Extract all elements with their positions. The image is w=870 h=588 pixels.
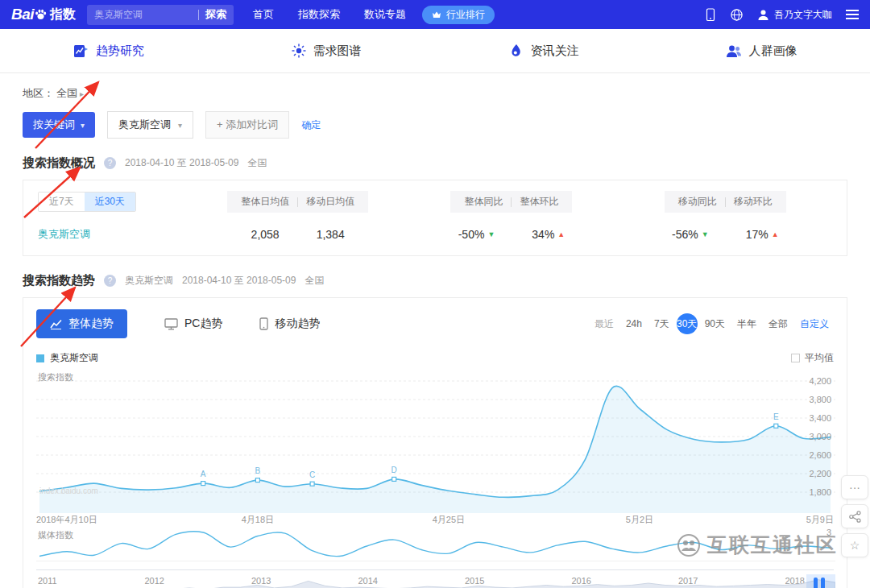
tab-trend-research[interactable]: 趋势研究 [0, 43, 218, 59]
legend-keyword[interactable]: 奥克斯空调 [50, 351, 98, 365]
news-attention-icon [509, 43, 524, 58]
keyword-controls: 按关键词 ▾ 奥克斯空调 ▾ + 添加对比词 确定 [23, 111, 847, 139]
time-range-selector: 最近 24h 7天 30天 90天 半年 全部 自定义 [590, 313, 834, 334]
user-icon [757, 9, 769, 21]
range-all[interactable]: 全部 [764, 313, 793, 334]
caret-right-icon: ▸ [80, 89, 84, 98]
tab-demand-map[interactable]: 需求图谱 [218, 43, 435, 59]
range-7d[interactable]: 7天 [649, 313, 674, 334]
average-checkbox[interactable] [791, 354, 800, 362]
menu-icon[interactable] [846, 10, 859, 19]
baidu-index-logo[interactable]: Bai 指数 [11, 6, 76, 23]
range-caption: 最近 [590, 313, 619, 334]
range-half-year[interactable]: 半年 [732, 313, 761, 334]
trend-panel: 整体趋势 PC趋势 移动趋势 [23, 297, 847, 588]
search-index-overview-section: 搜索指数概况 ? 2018-04-10 至 2018-05-09 全国 近7天 … [23, 155, 847, 256]
crowd-portrait-icon [726, 44, 742, 58]
user-account[interactable]: 吾乃文字大咖 [757, 8, 832, 22]
average-toggle[interactable]: 平均值 [791, 351, 834, 365]
year-navigator[interactable]: 20112012201320142015201620172018 [36, 569, 834, 588]
x-axis-label: 2018年4月10日 [36, 514, 97, 526]
y-axis-label: 2,200 [809, 470, 831, 478]
module-nav: 趋势研究 需求图谱 资讯关注 人群画像 [0, 29, 870, 73]
up-arrow-icon: ▲ [772, 230, 779, 238]
media-index-chart: 媒体指数 3 [36, 528, 834, 566]
trend-research-icon [73, 44, 89, 58]
keyword-chip[interactable]: 奥克斯空调 ▾ [107, 111, 193, 139]
trend-title: 搜索指数趋势 [23, 273, 95, 288]
nav-index-explore[interactable]: 指数探索 [298, 7, 340, 22]
tab-crowd-portrait[interactable]: 人群画像 [652, 43, 870, 59]
svg-text:A: A [201, 470, 206, 478]
svg-text:B: B [255, 466, 261, 475]
floating-toolbar: ··· ☆ [841, 475, 868, 557]
nav-data-topics[interactable]: 数说专题 [364, 7, 406, 22]
range-30d[interactable]: 30天 [677, 313, 698, 334]
legend-marker [36, 354, 44, 362]
trend-date-range: 2018-04-10 至 2018-05-09 [182, 274, 296, 288]
search-index-trend-section: 搜索指数趋势 ? 奥克斯空调 2018-04-10 至 2018-05-09 全… [23, 273, 847, 588]
pc-trend-icon [164, 318, 178, 330]
add-compare-button[interactable]: + 添加对比词 [205, 111, 289, 139]
region-value[interactable]: 全国 [56, 86, 77, 101]
down-arrow-icon: ▼ [702, 230, 709, 238]
topbar-right-tools: 吾乃文字大咖 [705, 8, 859, 22]
username: 吾乃文字大咖 [774, 8, 832, 22]
trend-region: 全国 [304, 274, 324, 288]
confirm-button[interactable]: 确定 [301, 118, 321, 132]
overview-title: 搜索指数概况 [23, 155, 95, 171]
trend-line-chart[interactable]: ABCDE [36, 370, 835, 513]
search-input[interactable] [94, 9, 192, 20]
overall-yoy-value: -50% ▼ [458, 228, 495, 241]
demand-map-icon [292, 43, 306, 58]
trend-section-head: 搜索指数趋势 ? 奥克斯空调 2018-04-10 至 2018-05-09 全… [23, 273, 847, 288]
search-index-chart[interactable]: 搜索指数 ABCDE index.baidu.com 4,2003,8003,4… [36, 370, 834, 513]
tab-last-7-days[interactable]: 近7天 [39, 193, 85, 211]
overview-section-head: 搜索指数概况 ? 2018-04-10 至 2018-05-09 全国 [23, 155, 847, 171]
svg-text:E: E [773, 412, 779, 421]
column-header-overall-compare: 整体同比整体环比 [450, 191, 572, 213]
keyword-type-button[interactable]: 按关键词 ▾ [23, 112, 95, 138]
tab-pc-trend[interactable]: PC趋势 [164, 317, 222, 331]
overview-date-range: 2018-04-10 至 2018-05-09 [125, 156, 238, 170]
mobile-yoy-value: -56% ▼ [672, 228, 709, 241]
trend-keyword: 奥克斯空调 [125, 274, 173, 288]
media-index-label: 媒体指数 [38, 529, 73, 541]
up-arrow-icon: ▲ [557, 230, 565, 238]
crown-icon [432, 10, 441, 19]
search-button[interactable]: 探索 [205, 7, 226, 22]
region-label: 地区： [23, 86, 54, 101]
x-axis: 2018年4月10日4月18日4月25日5月2日5月9日 [36, 513, 834, 526]
column-header-mobile-compare: 移动同比移动环比 [665, 191, 786, 213]
x-axis-label: 4月18日 [242, 514, 274, 526]
more-button[interactable]: ··· [841, 475, 868, 499]
y-axis-label: 1,800 [809, 488, 831, 497]
search-box: 探索 [87, 5, 234, 25]
globe-icon[interactable] [730, 8, 744, 22]
help-icon[interactable]: ? [104, 275, 116, 287]
range-90d[interactable]: 90天 [700, 313, 730, 334]
y-axis-label: 3,400 [809, 414, 831, 423]
tab-overall-trend[interactable]: 整体趋势 [36, 309, 127, 338]
trend-tabs-row: 整体趋势 PC趋势 移动趋势 [36, 309, 834, 338]
industry-rank-button[interactable]: 行业排行 [422, 6, 495, 24]
overview-range-tabs: 近7天 近30天 [38, 192, 136, 212]
overall-trend-icon [50, 319, 62, 329]
top-nav-links: 首页 指数探索 数说专题 [253, 7, 406, 22]
range-24h[interactable]: 24h [621, 313, 647, 334]
help-icon[interactable]: ? [104, 157, 116, 169]
nav-home[interactable]: 首页 [253, 7, 274, 22]
tab-news-attention[interactable]: 资讯关注 [435, 43, 652, 59]
chart-watermark: index.baidu.com [39, 487, 98, 495]
range-custom[interactable]: 自定义 [795, 313, 834, 334]
tab-last-30-days[interactable]: 近30天 [85, 193, 135, 211]
favorite-button[interactable]: ☆ [841, 533, 868, 557]
navigator-scrubber[interactable] [36, 574, 835, 588]
tab-mobile-trend[interactable]: 移动趋势 [259, 317, 320, 331]
chevron-down-icon: ▾ [81, 121, 85, 130]
share-button[interactable] [841, 504, 868, 528]
overall-daily-avg-value: 2,058 [251, 228, 280, 241]
mobile-app-icon[interactable] [705, 8, 716, 22]
star-icon: ☆ [850, 539, 860, 552]
keyword-link[interactable]: 奥克斯空调 [38, 228, 90, 240]
